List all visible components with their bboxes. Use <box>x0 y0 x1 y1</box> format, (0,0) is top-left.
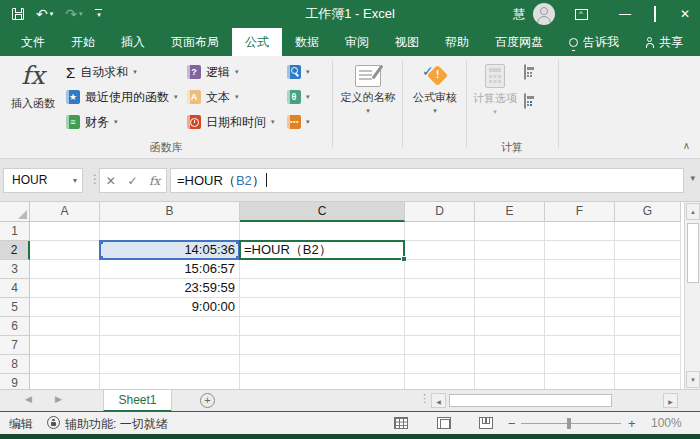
cell-E4[interactable] <box>475 279 545 298</box>
ribbon-button-文本[interactable]: A文本▾ <box>187 87 239 107</box>
cell-E1[interactable] <box>475 222 545 241</box>
insert-function-button[interactable]: fx 插入函数 <box>4 59 62 149</box>
cell-F2[interactable] <box>545 241 615 260</box>
ribbon-button-最近使用的函数[interactable]: ★最近使用的函数▾ <box>66 87 178 107</box>
cell-F8[interactable] <box>545 355 615 374</box>
sheet-nav-left-icon[interactable]: ◀ <box>25 394 32 404</box>
cell-F9[interactable] <box>545 374 615 389</box>
tab-视图[interactable]: 视图 <box>382 28 432 56</box>
enter-icon[interactable]: ✓ <box>127 174 137 188</box>
cell-A7[interactable] <box>30 336 100 355</box>
cell-G3[interactable] <box>615 260 681 279</box>
calculate-sheet-button[interactable] <box>524 94 526 108</box>
close-button[interactable]: ✕ <box>670 7 700 21</box>
minimize-button[interactable]: — <box>610 7 640 21</box>
cell-G1[interactable] <box>615 222 681 241</box>
cell-D1[interactable] <box>405 222 475 241</box>
row-header-3[interactable]: 3 <box>0 260 30 279</box>
formula-auditing-button[interactable]: ✓ 公式审核 ▾ <box>406 59 464 149</box>
cell-A2[interactable] <box>30 241 100 260</box>
cell-G4[interactable] <box>615 279 681 298</box>
cell-G5[interactable] <box>615 298 681 317</box>
tab-数据[interactable]: 数据 <box>282 28 332 56</box>
collapse-ribbon-icon[interactable]: ∧ <box>683 140 690 151</box>
cell-C3[interactable] <box>240 260 405 279</box>
row-header-5[interactable]: 5 <box>0 298 30 317</box>
name-box[interactable]: HOUR▾ <box>3 168 83 193</box>
row-header-6[interactable]: 6 <box>0 317 30 336</box>
cell-F4[interactable] <box>545 279 615 298</box>
cell-F7[interactable] <box>545 336 615 355</box>
formula-input[interactable]: =HOUR（B2） <box>170 168 684 193</box>
cell-D4[interactable] <box>405 279 475 298</box>
scroll-up-icon[interactable]: ▲ <box>686 203 700 220</box>
tab-百度网盘[interactable]: 百度网盘 <box>482 28 556 56</box>
sheet-tab-sheet1[interactable]: Sheet1 <box>103 390 172 412</box>
cell-value-B3[interactable]: 15:06:57 <box>100 260 240 279</box>
ribbon-button-财务[interactable]: ≡财务▾ <box>66 112 118 132</box>
avatar[interactable] <box>533 3 555 25</box>
scroll-left-icon[interactable]: ◀ <box>431 393 446 408</box>
cell-C5[interactable] <box>240 298 405 317</box>
row-header-1[interactable]: 1 <box>0 222 30 241</box>
maximize-button[interactable] <box>640 7 670 21</box>
zoom-slider-thumb[interactable] <box>567 418 571 429</box>
vertical-scroll-thumb[interactable] <box>687 223 699 283</box>
user-name[interactable]: 慧 <box>513 6 525 23</box>
column-header-A[interactable]: A <box>30 202 100 222</box>
calculate-now-button[interactable] <box>524 65 526 79</box>
cell-B1[interactable] <box>100 222 240 241</box>
cell-E5[interactable] <box>475 298 545 317</box>
cell-B8[interactable] <box>100 355 240 374</box>
column-header-C[interactable]: C <box>240 202 405 222</box>
column-header-G[interactable]: G <box>615 202 681 222</box>
cell-G8[interactable] <box>615 355 681 374</box>
cell-G6[interactable] <box>615 317 681 336</box>
zoom-level[interactable]: 100% <box>651 416 682 430</box>
cell-F1[interactable] <box>545 222 615 241</box>
cell-F5[interactable] <box>545 298 615 317</box>
cell-F3[interactable] <box>545 260 615 279</box>
cell-D3[interactable] <box>405 260 475 279</box>
cell-D2[interactable] <box>405 241 475 260</box>
horizontal-scroll-thumb[interactable] <box>449 394 612 407</box>
tab-文件[interactable]: 文件 <box>8 28 58 56</box>
tab-页面布局[interactable]: 页面布局 <box>158 28 232 56</box>
cell-C7[interactable] <box>240 336 405 355</box>
ribbon-button-自动求和[interactable]: Σ自动求和▾ <box>66 62 137 82</box>
expand-formula-bar-icon[interactable]: ▾ <box>690 173 695 183</box>
row-header-4[interactable]: 4 <box>0 279 30 298</box>
ribbon-button-日期和时间[interactable]: 日期和时间▾ <box>187 112 275 132</box>
cell-D5[interactable] <box>405 298 475 317</box>
cell-D6[interactable] <box>405 317 475 336</box>
ribbon-button-book-search-icon[interactable]: ▾ <box>287 62 310 82</box>
column-header-E[interactable]: E <box>475 202 545 222</box>
cancel-icon[interactable]: ✕ <box>106 174 116 188</box>
cell-C4[interactable] <box>240 279 405 298</box>
cell-E3[interactable] <box>475 260 545 279</box>
cell-value-B4[interactable]: 23:59:59 <box>100 279 240 298</box>
cell-A9[interactable] <box>30 374 100 389</box>
column-header-F[interactable]: F <box>545 202 615 222</box>
cell-B6[interactable] <box>100 317 240 336</box>
cell-D7[interactable] <box>405 336 475 355</box>
cell-C8[interactable] <box>240 355 405 374</box>
column-header-D[interactable]: D <box>405 202 475 222</box>
accessibility-status[interactable]: 辅助功能: 一切就绪 <box>65 416 168 433</box>
page-break-view-button[interactable] <box>479 417 493 429</box>
tab-共享[interactable]: 共享 <box>633 28 696 56</box>
cell-D8[interactable] <box>405 355 475 374</box>
cell-D9[interactable] <box>405 374 475 389</box>
scroll-down-icon[interactable]: ▼ <box>686 371 700 388</box>
ribbon-button-逻辑[interactable]: ?逻辑▾ <box>187 62 239 82</box>
zoom-out-button[interactable]: − <box>508 416 516 431</box>
ribbon-button-book-theta-icon[interactable]: θ▾ <box>287 87 310 107</box>
scroll-right-icon[interactable]: ▶ <box>663 393 678 408</box>
tab-插入[interactable]: 插入 <box>108 28 158 56</box>
normal-view-button[interactable] <box>394 417 408 429</box>
cell-E9[interactable] <box>475 374 545 389</box>
zoom-slider-track[interactable] <box>521 423 621 424</box>
cell-C6[interactable] <box>240 317 405 336</box>
zoom-in-button[interactable]: + <box>628 416 636 431</box>
column-header-B[interactable]: B <box>100 202 240 222</box>
